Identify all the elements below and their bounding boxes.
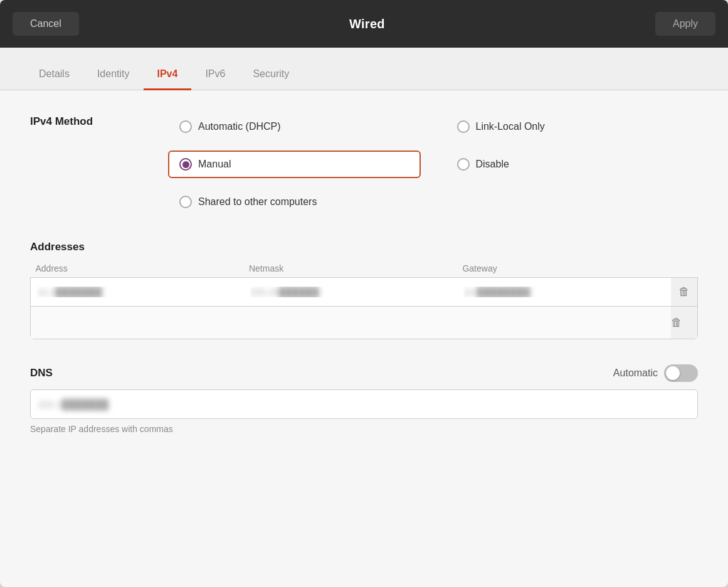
content-area: IPv4 Method Automatic (DHCP) Link-Local …: [0, 90, 728, 587]
toggle-knob: [666, 366, 680, 380]
dns-input-box[interactable]: 202.1███████: [30, 389, 698, 419]
radio-manual-label: Manual: [198, 159, 231, 170]
radio-dhcp[interactable]: Automatic (DHCP): [168, 113, 421, 140]
address-cell-2[interactable]: [31, 307, 244, 339]
addresses-header-row: Address Netmask Gateway: [31, 263, 698, 278]
radio-circle-dhcp: [179, 120, 192, 133]
address-cell-1[interactable]: [31, 278, 244, 307]
dns-header: DNS Automatic: [30, 364, 698, 382]
gateway-input-2[interactable]: [457, 309, 670, 337]
gateway-cell-1[interactable]: [457, 278, 670, 307]
tab-ipv6[interactable]: IPv6: [191, 60, 239, 90]
radio-disable[interactable]: Disable: [446, 151, 699, 178]
radio-dhcp-label: Automatic (DHCP): [198, 121, 281, 132]
dns-auto-row: Automatic: [613, 364, 698, 382]
addresses-title: Addresses: [30, 241, 698, 253]
dns-value: 202.1███████: [38, 399, 108, 410]
ipv4-method-label: IPv4 Method: [30, 113, 168, 128]
address-input-2[interactable]: [31, 309, 244, 337]
address-input-1[interactable]: [31, 278, 244, 306]
radio-circle-shared: [179, 196, 192, 208]
radio-circle-disable: [457, 158, 470, 171]
apply-button[interactable]: Apply: [655, 12, 715, 36]
radio-link-local-label: Link-Local Only: [476, 121, 545, 132]
radio-circle-manual: [179, 158, 192, 171]
cancel-button[interactable]: Cancel: [13, 12, 79, 36]
dns-section: DNS Automatic 202.1███████ Separate IP a…: [30, 364, 698, 434]
trash-icon: 🗑: [678, 285, 690, 298]
col-gateway-header: Gateway: [457, 263, 670, 278]
netmask-cell-2[interactable]: [244, 307, 457, 339]
netmask-input-1[interactable]: [244, 278, 457, 306]
delete-row-2-button[interactable]: 🗑: [671, 307, 698, 339]
radio-circle-link-local: [457, 120, 470, 133]
radio-shared-label: Shared to other computers: [198, 196, 317, 208]
radio-link-local[interactable]: Link-Local Only: [446, 113, 699, 140]
radio-manual[interactable]: Manual: [168, 151, 421, 178]
gateway-cell-2[interactable]: [457, 307, 670, 339]
header: Cancel Wired Apply: [0, 0, 728, 48]
col-address-header: Address: [31, 263, 244, 278]
dns-auto-label: Automatic: [613, 368, 658, 379]
dialog-title: Wired: [349, 17, 385, 31]
table-row: 🗑: [31, 307, 698, 339]
dialog: Cancel Wired Apply Details Identity IPv4…: [0, 0, 728, 587]
tab-security[interactable]: Security: [239, 60, 303, 90]
tab-identity[interactable]: Identity: [83, 60, 144, 90]
addresses-section: Addresses Address Netmask Gateway: [30, 241, 698, 339]
gateway-input-1[interactable]: [457, 278, 670, 306]
tab-details[interactable]: Details: [25, 60, 83, 90]
dns-auto-toggle[interactable]: [664, 364, 698, 382]
tab-ipv4[interactable]: IPv4: [144, 60, 192, 90]
netmask-cell-1[interactable]: [244, 278, 457, 307]
tabs-bar: Details Identity IPv4 IPv6 Security: [0, 48, 728, 90]
trash-icon: 🗑: [671, 316, 682, 329]
ipv4-method-options: Automatic (DHCP) Link-Local Only Manual …: [168, 113, 698, 216]
addresses-table: Address Netmask Gateway: [30, 263, 698, 339]
delete-row-1-button[interactable]: 🗑: [671, 278, 698, 307]
ipv4-method-section: IPv4 Method Automatic (DHCP) Link-Local …: [30, 113, 698, 216]
netmask-input-2[interactable]: [244, 309, 457, 337]
dns-hint: Separate IP addresses with commas: [30, 424, 698, 434]
dns-title: DNS: [30, 367, 53, 379]
col-netmask-header: Netmask: [244, 263, 457, 278]
radio-disable-label: Disable: [476, 159, 509, 170]
radio-shared[interactable]: Shared to other computers: [168, 188, 421, 216]
table-row: 🗑: [31, 278, 698, 307]
